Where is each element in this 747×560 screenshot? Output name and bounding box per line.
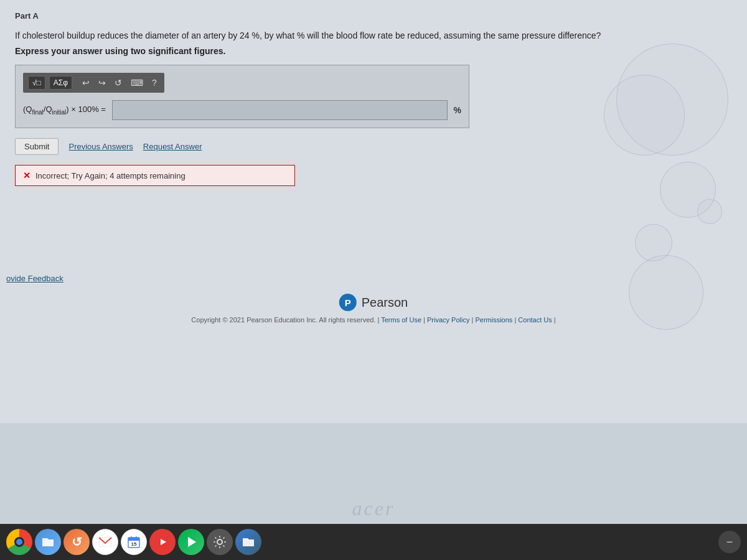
help-icon: ? bbox=[152, 78, 157, 88]
deco-circle-4 bbox=[635, 224, 672, 261]
answer-input[interactable] bbox=[112, 100, 448, 120]
contact-link[interactable]: Contact Us bbox=[518, 316, 552, 324]
sqrt-icon: √□ bbox=[32, 78, 41, 87]
calendar-icon[interactable]: 15 bbox=[121, 529, 147, 555]
undo-icon: ↩ bbox=[82, 78, 90, 88]
formula-label: (Qfinal/Qinitial) × 100% = bbox=[23, 105, 106, 116]
redo-button[interactable]: ↪ bbox=[96, 77, 108, 89]
formula-row: (Qfinal/Qinitial) × 100% = % bbox=[23, 100, 461, 120]
youtube-icon[interactable] bbox=[149, 529, 176, 555]
acer-brand: acer bbox=[352, 497, 395, 520]
answer-box: √□ AΣφ ↩ ↪ ↺ ⌨ ? (Qfin bbox=[15, 65, 469, 128]
files-icon[interactable] bbox=[35, 529, 61, 555]
files2-icon[interactable] bbox=[235, 529, 261, 555]
question-text: If cholesterol buildup reduces the diame… bbox=[15, 29, 732, 42]
pearson-area: P Pearson bbox=[339, 294, 408, 311]
greek-icon: AΣφ bbox=[54, 78, 68, 87]
deco-circle-5 bbox=[697, 199, 722, 224]
help-button[interactable]: ? bbox=[149, 77, 159, 89]
request-answer-button[interactable]: Request Answer bbox=[143, 142, 202, 151]
error-text: Incorrect; Try Again; 4 attempts remaini… bbox=[35, 171, 186, 180]
sqrt-button[interactable]: √□ bbox=[28, 76, 45, 90]
deco-circle-3 bbox=[660, 162, 716, 218]
terms-link[interactable]: Terms of Use bbox=[381, 316, 421, 324]
copyright-bar: Copyright © 2021 Pearson Education Inc. … bbox=[0, 316, 747, 324]
svg-rect-1 bbox=[128, 538, 139, 541]
previous-answers-button[interactable]: Previous Answers bbox=[68, 142, 133, 151]
math-toolbar: √□ AΣφ ↩ ↪ ↺ ⌨ ? bbox=[23, 73, 164, 93]
redo-icon: ↪ bbox=[98, 78, 106, 88]
percent-symbol: % bbox=[454, 105, 461, 115]
deco-circles bbox=[579, 37, 735, 348]
chrome-icon[interactable] bbox=[6, 529, 32, 555]
refresh-button[interactable]: ↺ bbox=[112, 77, 125, 89]
undo-button[interactable]: ↩ bbox=[80, 77, 92, 89]
taskbar: ↺ 15 bbox=[0, 524, 747, 560]
submit-button[interactable]: Submit bbox=[15, 138, 59, 155]
gmail-icon[interactable] bbox=[92, 529, 118, 555]
updates-icon[interactable]: ↺ bbox=[63, 529, 90, 555]
svg-text:15: 15 bbox=[131, 541, 137, 547]
error-box: ✕ Incorrect; Try Again; 4 attempts remai… bbox=[15, 165, 295, 186]
buttons-row: Submit Previous Answers Request Answer bbox=[15, 138, 732, 155]
main-content: Part A If cholesterol buildup reduces th… bbox=[0, 0, 747, 423]
feedback-link[interactable]: ovide Feedback bbox=[6, 274, 63, 283]
play-icon[interactable] bbox=[178, 529, 204, 555]
error-icon: ✕ bbox=[23, 170, 31, 180]
svg-marker-7 bbox=[188, 537, 196, 547]
permissions-link[interactable]: Permissions bbox=[475, 316, 512, 324]
pearson-logo-icon: P bbox=[339, 294, 357, 311]
instruction-text: Express your answer using two significan… bbox=[15, 46, 732, 56]
taskbar-end: − bbox=[718, 531, 741, 553]
part-label: Part A bbox=[15, 11, 732, 21]
keyboard-icon: ⌨ bbox=[131, 78, 143, 88]
refresh-icon: ↺ bbox=[115, 78, 122, 88]
svg-point-8 bbox=[217, 539, 222, 544]
privacy-link[interactable]: Privacy Policy bbox=[427, 316, 469, 324]
pearson-name: Pearson bbox=[362, 296, 408, 310]
minimize-button[interactable]: − bbox=[718, 531, 741, 553]
copyright-text: Copyright © 2021 Pearson Education Inc. … bbox=[191, 316, 381, 324]
settings-icon[interactable] bbox=[207, 529, 233, 555]
keyboard-button[interactable]: ⌨ bbox=[128, 77, 146, 89]
greek-button[interactable]: AΣφ bbox=[49, 76, 72, 90]
